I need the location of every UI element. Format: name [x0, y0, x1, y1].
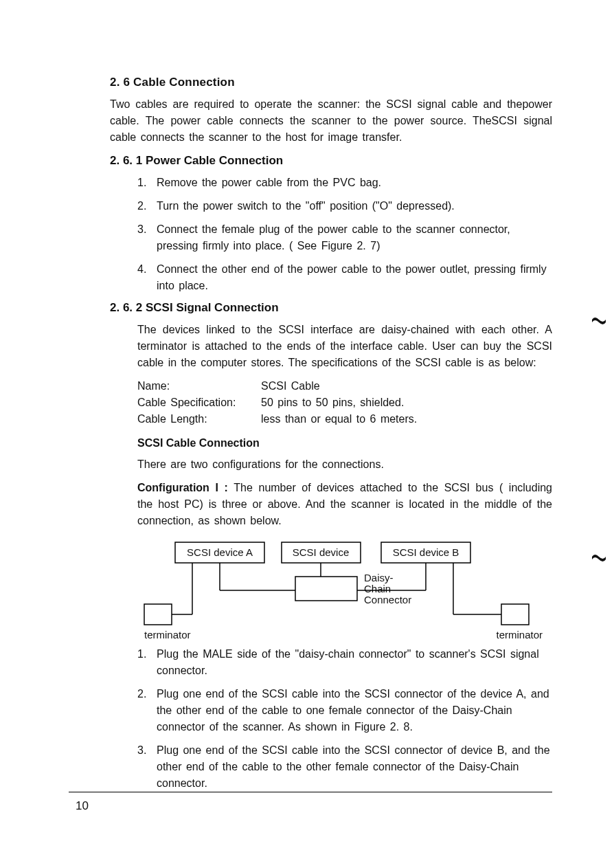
spec-value: 50 pins to 50 pins, shielded.: [261, 394, 404, 411]
page-number: 10: [76, 799, 89, 813]
list-number: 3.: [137, 221, 150, 254]
list-number: 1.: [137, 646, 150, 679]
list-number: 3.: [137, 742, 150, 792]
config1-steps: 1.Plug the MALE side of the "daisy-chain…: [137, 646, 552, 792]
section-intro: Two cables are required to operate the s…: [110, 96, 552, 146]
spec-value: SCSI Cable: [261, 378, 320, 394]
diagram-daisy-label-2: Chain: [364, 583, 391, 594]
diagram-box-a: SCSI device A: [187, 546, 253, 558]
spec-value: less than or equal to 6 meters.: [261, 411, 417, 427]
svg-rect-12: [501, 604, 529, 625]
spec-label: Cable Specification:: [137, 394, 261, 411]
svg-rect-3: [295, 577, 357, 601]
list-item: 2.Turn the power switch to the "off" pos…: [137, 198, 552, 214]
diagram-terminator-left: terminator: [144, 629, 191, 641]
list-number: 2.: [137, 198, 150, 214]
list-text: Remove the power cable from the PVC bag.: [157, 175, 381, 191]
power-cable-steps: 1.Remove the power cable from the PVC ba…: [137, 175, 552, 294]
power-cable-heading: 2. 6. 1 Power Cable Connection: [110, 154, 552, 168]
list-number: 2.: [137, 686, 150, 735]
daisy-chain-diagram: SCSI device A SCSI device SCSI device B …: [137, 539, 549, 642]
list-item: 1.Plug the MALE side of the "daisy-chain…: [137, 646, 552, 679]
page-edge-mark-icon: [591, 313, 607, 329]
section-heading: 2. 6 Cable Connection: [110, 76, 552, 89]
list-item: 3.Connect the female plug of the power c…: [137, 221, 552, 254]
list-number: 4.: [137, 261, 150, 294]
list-text: Plug one end of the SCSI cable into the …: [157, 742, 552, 792]
list-text: Plug the MALE side of the "daisy-chain c…: [157, 646, 552, 679]
scsi-conn-para: There are two configurations for the con…: [137, 456, 552, 473]
page-edge-mark-icon: [591, 550, 607, 566]
spec-label: Cable Length:: [137, 411, 261, 427]
scsi-conn-heading: SCSI Cable Connection: [137, 437, 552, 449]
list-text: Turn the power switch to the "off" posit…: [157, 198, 455, 214]
document-page: 2. 6 Cable Connection Two cables are req…: [0, 0, 614, 868]
scsi-intro: The devices linked to the SCSI interface…: [137, 322, 552, 371]
footer-rule: [69, 792, 552, 792]
list-text: Plug one end of the SCSI cable into the …: [157, 686, 552, 735]
spec-label: Name:: [137, 378, 261, 394]
list-text: Connect the other end of the power cable…: [157, 261, 552, 294]
diagram-daisy-label-3: Connector: [364, 594, 411, 605]
svg-rect-7: [144, 604, 172, 625]
diagram-box-b: SCSI device B: [393, 546, 459, 558]
scsi-heading: 2. 6. 2 SCSI Signal Connection: [110, 301, 552, 315]
scsi-specs: Name:SCSI Cable Cable Specification:50 p…: [137, 378, 552, 427]
list-item: 2.Plug one end of the SCSI cable into th…: [137, 686, 552, 735]
list-text: Connect the female plug of the power cab…: [157, 221, 552, 254]
config1-label: Configuration I :: [137, 482, 234, 493]
diagram-terminator-right: terminator: [496, 629, 543, 641]
diagram-daisy-label-1: Daisy-: [364, 572, 394, 583]
list-item: 3.Plug one end of the SCSI cable into th…: [137, 742, 552, 792]
list-number: 1.: [137, 175, 150, 191]
list-item: 1.Remove the power cable from the PVC ba…: [137, 175, 552, 191]
config1-para: Configuration I : The number of devices …: [137, 480, 552, 529]
list-item: 4.Connect the other end of the power cab…: [137, 261, 552, 294]
diagram-box-mid: SCSI device: [293, 546, 350, 558]
